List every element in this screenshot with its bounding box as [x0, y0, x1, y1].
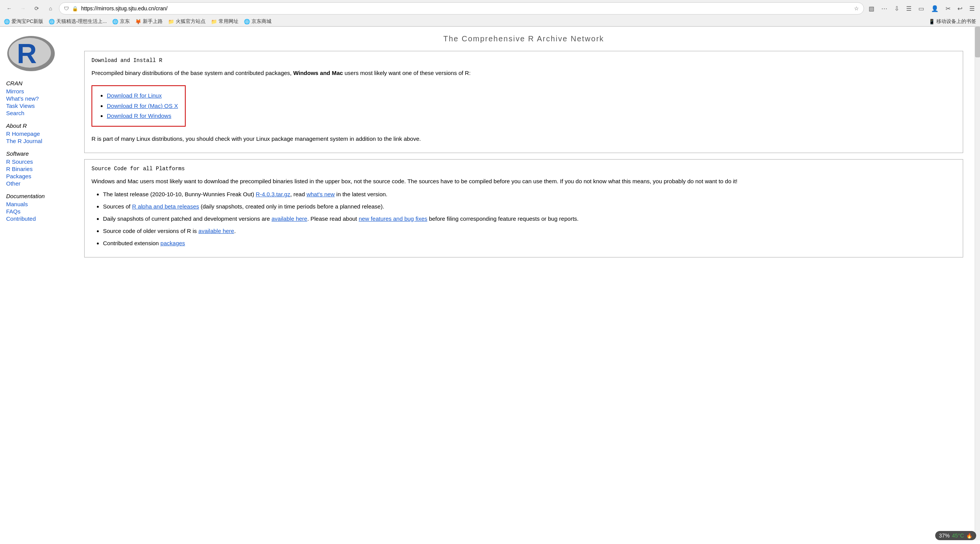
undo-button[interactable]: ↩ [956, 3, 964, 14]
reader-button[interactable]: ▭ [917, 3, 926, 14]
intro-bold: Windows and Mac [293, 70, 343, 76]
bullet4-link1[interactable]: available here [198, 228, 234, 234]
sidebar: R CRAN Mirrors What's new? Task Views Se… [0, 27, 77, 540]
list-item: Daily snapshots of current patched and d… [103, 214, 956, 223]
lock-icon: 🔒 [72, 6, 78, 11]
sidebar-section-software: Software R Sources R Binaries Packages O… [6, 150, 70, 187]
svg-text:R: R [17, 38, 37, 69]
sidebar-link-search[interactable]: Search [6, 110, 70, 116]
download-macos-link[interactable]: Download R for (Mac) OS X [107, 103, 178, 109]
page-title: The Comprehensive R Archive Network [84, 34, 963, 43]
bullet2-before: Sources of [103, 203, 132, 210]
bookmark-tmall[interactable]: 🌐 天猫精选-理想生活上... [49, 18, 107, 25]
bookmark-mobile[interactable]: 📱 移动设备上的书签 [929, 18, 976, 25]
account-button[interactable]: 👤 [929, 3, 940, 14]
bullet1-middle: , read [290, 191, 307, 197]
bullet5-link1[interactable]: packages [160, 240, 185, 246]
sidebar-software-title: Software [6, 150, 70, 157]
scrollbar-track[interactable] [975, 27, 980, 540]
download-links-list: Download R for Linux Download R for (Mac… [99, 91, 178, 121]
bookmark-jd2[interactable]: 🌐 京东商城 [244, 18, 271, 25]
list-item: Download R for Windows [107, 112, 178, 121]
sidebar-link-faqs[interactable]: FAQs [6, 208, 70, 215]
download-windows-link[interactable]: Download R for Windows [107, 112, 171, 119]
bookmarks-bar: 🌐 爱淘宝PC新版 🌐 天猫精选-理想生活上... 🌐 京东 🦊 新手上路 📁 … [0, 17, 980, 26]
more-button[interactable]: ⋯ [880, 3, 889, 14]
bullet1-link1[interactable]: R-4.0.3.tar.gz [256, 191, 290, 197]
scrollbar-thumb[interactable] [975, 27, 980, 57]
bullet2-middle: (daily snapshots, created only in time p… [199, 203, 384, 210]
bullet5-before: Contributed extension [103, 240, 160, 246]
sidebar-link-whatsnew[interactable]: What's new? [6, 95, 70, 102]
back-button[interactable]: ← [4, 3, 15, 14]
browser-chrome: ← → ⟳ ⌂ 🛡 🔒 ☆ ▧ ⋯ ⇩ ☰ ▭ 👤 ✂ ↩ ☰ 🌐 爱淘宝PC新… [0, 0, 980, 27]
temperature: 45°C [952, 533, 964, 539]
bullet1-before: The latest release (2020-10-10, Bunny-Wu… [103, 191, 256, 197]
sidebar-documentation-title: Documentation [6, 193, 70, 199]
bullet3-link2[interactable]: new features and bug fixes [359, 215, 427, 222]
home-button[interactable]: ⌂ [45, 3, 56, 14]
main-content: The Comprehensive R Archive Network Down… [77, 27, 975, 540]
bullet4-middle: . [234, 228, 236, 234]
list-item: Download R for Linux [107, 91, 178, 100]
security-icon: 🛡 [64, 6, 69, 11]
download-install-title: Download and Install R [91, 57, 956, 65]
bullet3-before: Daily snapshots of current patched and d… [103, 215, 271, 222]
source-intro: Windows and Mac users most likely want t… [91, 177, 956, 186]
address-bar: 🛡 🔒 ☆ [59, 2, 864, 15]
source-bullet-list: The latest release (2020-10-10, Bunny-Wu… [91, 190, 956, 248]
source-code-title: Source Code for all Platforms [91, 165, 956, 173]
sidebar-link-other[interactable]: Other [6, 180, 70, 187]
bookmark-firefox[interactable]: 📁 火狐官方站点 [168, 18, 206, 25]
bullet3-link1[interactable]: available here [271, 215, 307, 222]
list-item: Download R for (Mac) OS X [107, 102, 178, 111]
bookmark-jd[interactable]: 🌐 京东 [112, 18, 130, 25]
status-indicator: 37% 45°C 🔥 [935, 531, 976, 540]
source-code-box: Source Code for all Platforms Windows an… [84, 159, 963, 257]
sidebar-link-packages[interactable]: Packages [6, 173, 70, 179]
bullet1-link2[interactable]: what's new [307, 191, 335, 197]
sidebar-link-taskviews[interactable]: Task Views [6, 103, 70, 109]
intro-text: Precompiled binary distributions of the … [91, 70, 293, 76]
forward-button[interactable]: → [18, 3, 28, 14]
bullet1-after: in the latest version. [335, 191, 387, 197]
intro-paragraph: Precompiled binary distributions of the … [91, 68, 956, 78]
linux-note: R is part of many Linux distributions, y… [91, 134, 956, 143]
list-item: The latest release (2020-10-10, Bunny-Wu… [103, 190, 956, 199]
sidebar-link-rhomepage[interactable]: R Homepage [6, 130, 70, 137]
bullet3-after: before filing corresponding feature requ… [427, 215, 578, 222]
bullet2-link1[interactable]: R alpha and beta releases [132, 203, 199, 210]
download-button[interactable]: ⇩ [893, 3, 901, 14]
qr-button[interactable]: ▧ [867, 3, 876, 14]
bookmark-taobao[interactable]: 🌐 爱淘宝PC新版 [4, 18, 43, 25]
menu-button[interactable]: ☰ [968, 3, 976, 14]
download-linux-link[interactable]: Download R for Linux [107, 92, 162, 99]
bookmark-star-icon[interactable]: ☆ [854, 5, 859, 11]
sidebar-link-manuals[interactable]: Manuals [6, 201, 70, 207]
sidebar-about-title: About R [6, 122, 70, 129]
bullet4-before: Source code of older versions of R is [103, 228, 198, 234]
url-input[interactable] [81, 5, 851, 11]
bullet3-middle: . Please read about [307, 215, 359, 222]
sidebar-link-rjournal[interactable]: The R Journal [6, 138, 70, 144]
library-button[interactable]: ☰ [905, 3, 913, 14]
screenshot-button[interactable]: ✂ [944, 3, 952, 14]
page-wrapper: R CRAN Mirrors What's new? Task Views Se… [0, 27, 980, 540]
browser-toolbar: ← → ⟳ ⌂ 🛡 🔒 ☆ ▧ ⋯ ⇩ ☰ ▭ 👤 ✂ ↩ ☰ [0, 0, 980, 17]
sidebar-link-rsources[interactable]: R Sources [6, 158, 70, 165]
sidebar-link-rbinaries[interactable]: R Binaries [6, 166, 70, 172]
bookmark-common[interactable]: 📁 常用网址 [211, 18, 238, 25]
r-logo: R [6, 34, 70, 74]
flame-icon: 🔥 [966, 533, 972, 539]
bookmark-newbie[interactable]: 🦊 新手上路 [135, 18, 163, 25]
sidebar-section-cran: CRAN Mirrors What's new? Task Views Sear… [6, 80, 70, 116]
download-install-box: Download and Install R Precompiled binar… [84, 51, 963, 153]
sidebar-link-contributed[interactable]: Contributed [6, 215, 70, 222]
toolbar-right: ▧ ⋯ ⇩ ☰ ▭ 👤 ✂ ↩ ☰ [867, 3, 976, 14]
list-item: Sources of R alpha and beta releases (da… [103, 202, 956, 211]
list-item: Source code of older versions of R is av… [103, 226, 956, 236]
sidebar-section-documentation: Documentation Manuals FAQs Contributed [6, 193, 70, 222]
sidebar-section-about: About R R Homepage The R Journal [6, 122, 70, 144]
sidebar-link-mirrors[interactable]: Mirrors [6, 88, 70, 94]
reload-button[interactable]: ⟳ [31, 3, 42, 14]
